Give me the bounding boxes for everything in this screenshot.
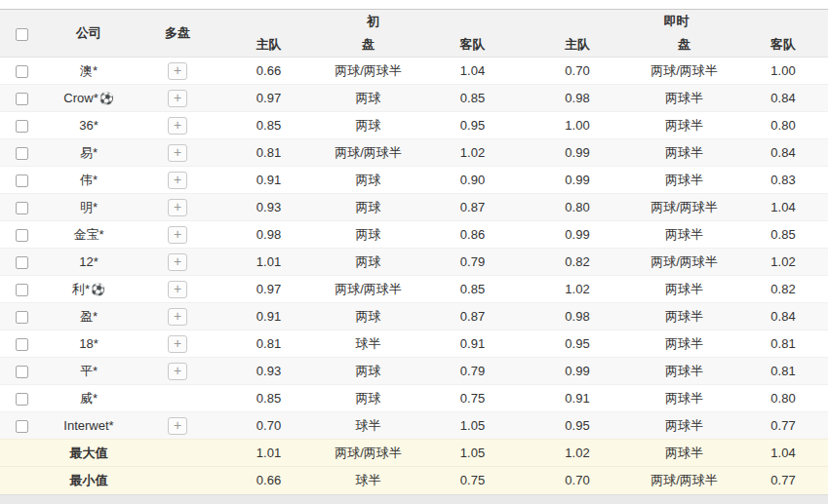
row-checkbox[interactable] [16, 338, 28, 351]
live-away-odds: 0.84 [738, 303, 828, 330]
live-handicap: 两球半 [630, 412, 738, 440]
row-checkbox[interactable] [16, 366, 28, 378]
live-away-odds: 1.04 [738, 440, 828, 467]
expand-plus-button[interactable]: + [168, 335, 187, 353]
init-handicap: 两球/两球半 [316, 58, 420, 85]
table-row: 澳* + 0.66 两球/两球半 1.04 0.70 两球/两球半 1.00 [0, 58, 828, 85]
row-checkbox[interactable] [16, 65, 28, 78]
init-away-odds: 0.75 [420, 385, 525, 412]
live-home-odds: 1.02 [525, 440, 630, 467]
live-handicap: 两球半 [630, 385, 738, 412]
expand-plus-button[interactable]: + [168, 308, 187, 326]
row-checkbox[interactable] [16, 174, 28, 187]
live-home-odds: 0.91 [525, 385, 630, 412]
init-home-odds: 0.97 [221, 276, 316, 303]
row-checkbox[interactable] [16, 256, 28, 269]
init-handicap: 两球/两球半 [316, 276, 420, 303]
expand-plus-button[interactable]: + [168, 172, 187, 189]
live-away-odds: 0.77 [738, 412, 828, 440]
select-all-cell [0, 10, 44, 58]
company-name: 18* [44, 330, 134, 358]
init-home-odds: 0.91 [221, 303, 316, 330]
live-handicap: 两球半 [630, 330, 738, 358]
init-away-odds: 0.91 [420, 330, 525, 358]
soccer-ball-icon: ⚽ [99, 92, 114, 105]
row-checkbox[interactable] [16, 202, 28, 214]
init-handicap: 两球 [316, 221, 420, 249]
table-row: 威* 0.85 两球 0.75 0.91 两球半 0.80 [0, 385, 828, 412]
init-away-odds: 1.05 [420, 440, 525, 467]
row-checkbox[interactable] [16, 93, 28, 105]
row-checkbox[interactable] [16, 420, 28, 433]
column-header-company: 公司 [44, 10, 134, 58]
init-away-odds: 1.05 [420, 412, 525, 440]
expand-plus-button[interactable]: + [168, 226, 187, 244]
live-handicap: 两球/两球半 [630, 58, 738, 85]
company-name: 威* [44, 385, 134, 412]
init-home-odds: 0.85 [221, 112, 316, 139]
odds-comparison-page: 公司 多盘 初 即时 主队 盘 客队 主队 盘 客队 澳* + 0.66 两球/… [0, 0, 828, 504]
live-home-odds: 0.70 [525, 58, 630, 85]
init-handicap: 两球 [316, 85, 420, 112]
live-home-odds: 0.98 [525, 85, 630, 112]
init-away-odds: 0.95 [420, 112, 525, 139]
live-handicap: 两球半 [630, 276, 738, 303]
row-checkbox[interactable] [16, 311, 28, 324]
column-header-multi: 多盘 [134, 10, 221, 58]
row-checkbox[interactable] [16, 284, 28, 296]
company-name: 利*⚽ [44, 276, 134, 303]
expand-plus-button[interactable]: + [168, 62, 187, 80]
multi-empty-cell [134, 440, 221, 467]
table-row: Interwet* + 0.70 球半 1.05 0.95 两球半 0.77 [0, 412, 828, 440]
table-row: 平* + 0.93 两球 0.79 0.99 两球半 0.81 [0, 358, 828, 385]
expand-plus-button[interactable]: + [168, 281, 187, 298]
company-name: 金宝* [44, 221, 134, 249]
init-home-odds: 0.81 [221, 330, 316, 358]
init-home-odds: 0.66 [221, 58, 316, 85]
live-handicap: 两球/两球半 [630, 249, 738, 276]
expand-plus-button[interactable]: + [168, 253, 187, 271]
live-away-odds: 1.00 [738, 58, 828, 85]
expand-plus-button[interactable]: + [168, 90, 187, 107]
live-away-odds: 0.85 [738, 221, 828, 249]
live-handicap: 两球半 [630, 221, 738, 249]
init-away-odds: 1.02 [420, 139, 525, 167]
row-checkbox[interactable] [16, 147, 28, 160]
expand-plus-button[interactable]: + [168, 117, 187, 135]
init-home-odds: 0.93 [221, 358, 316, 385]
company-name: Interwet* [44, 412, 134, 440]
expand-plus-button[interactable]: + [168, 144, 187, 162]
company-name: 易* [44, 139, 134, 167]
company-name: Crow*⚽ [44, 85, 134, 112]
top-strip [0, 0, 828, 9]
live-away-odds: 1.04 [738, 194, 828, 221]
live-handicap: 两球半 [630, 85, 738, 112]
row-checkbox[interactable] [16, 229, 28, 242]
company-name: 明* [44, 194, 134, 221]
init-home-odds: 0.81 [221, 139, 316, 167]
live-away-odds: 1.02 [738, 249, 828, 276]
init-away-odds: 0.87 [420, 194, 525, 221]
expand-plus-button[interactable]: + [168, 417, 187, 435]
table-row: 伟* + 0.91 两球 0.90 0.99 两球半 0.83 [0, 167, 828, 194]
live-home-odds: 0.82 [525, 249, 630, 276]
expand-plus-button[interactable]: + [168, 199, 187, 216]
init-away-odds: 0.90 [420, 167, 525, 194]
column-header-init-home: 主队 [221, 34, 316, 58]
row-checkbox[interactable] [16, 120, 28, 133]
row-checkbox[interactable] [16, 393, 28, 406]
table-row: 明* + 0.93 两球 0.87 0.80 两球/两球半 1.04 [0, 194, 828, 221]
live-away-odds: 0.84 [738, 85, 828, 112]
select-all-checkbox[interactable] [16, 28, 28, 41]
init-home-odds: 0.66 [221, 467, 316, 494]
live-handicap: 两球半 [630, 139, 738, 167]
column-header-init-handicap: 盘 [316, 34, 420, 58]
init-away-odds: 0.75 [420, 467, 525, 494]
init-handicap: 两球 [316, 167, 420, 194]
init-handicap: 球半 [316, 412, 420, 440]
column-header-live-away: 客队 [738, 34, 828, 58]
min-row: 最小值 0.66 球半 0.75 0.70 两球/两球半 0.77 [0, 467, 828, 494]
expand-plus-button[interactable]: + [168, 363, 187, 380]
table-row: 12* + 1.01 两球 0.79 0.82 两球/两球半 1.02 [0, 249, 828, 276]
live-away-odds: 0.84 [738, 139, 828, 167]
